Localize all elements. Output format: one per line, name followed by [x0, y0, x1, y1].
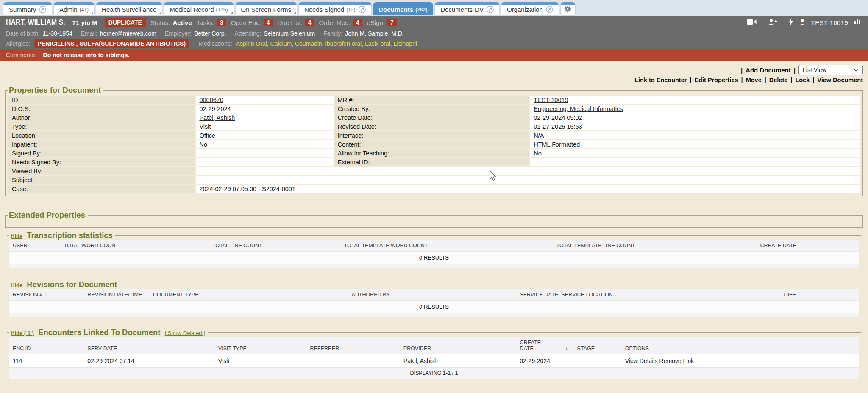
status-label: Status:: [150, 19, 170, 26]
tab-label: Admin: [59, 6, 78, 13]
tab-medical-record[interactable]: Medical Record (175): [164, 2, 233, 15]
column-header-enc-id[interactable]: ENC ID: [9, 337, 84, 354]
column-header-authored-by[interactable]: AUTHORED BY: [348, 289, 517, 301]
external-link-icon[interactable]: [546, 6, 553, 13]
column-header-create-date[interactable]: CREATE DATE: [516, 337, 559, 354]
video-camera-icon[interactable]: [747, 19, 757, 26]
lock-link[interactable]: Lock: [795, 77, 810, 83]
separator: |: [794, 66, 796, 74]
column-header-visit-type[interactable]: VISIT TYPE: [215, 337, 306, 354]
separator: |: [741, 66, 743, 74]
field-label: Created By:: [334, 105, 529, 113]
chart-icon[interactable]: [854, 18, 862, 27]
created-by-link[interactable]: Engineering, Medical Informatics: [534, 105, 623, 112]
tab-organization[interactable]: Organization: [501, 2, 559, 15]
tab-summary[interactable]: Summary: [3, 2, 52, 15]
tab-bar: Summary Admin (41) Health Surveillance M…: [0, 0, 868, 16]
email-value: horner@mieweb.com: [100, 30, 156, 37]
family-label: Family:: [323, 30, 342, 37]
view-document-link[interactable]: View Document: [817, 77, 863, 83]
sort-descending-icon: ↓: [565, 346, 568, 351]
field-label: Content:: [334, 140, 529, 148]
settings-button[interactable]: [561, 2, 575, 15]
allergies-badge[interactable]: PENICILLINS , SULFA(SULFONAMIDE ANTIBIOT…: [34, 39, 189, 48]
tab-on-screen-forms[interactable]: On Screen Forms: [236, 2, 297, 15]
field-label: Location:: [8, 131, 195, 139]
field-value: 02-29-2024: [196, 105, 333, 113]
banner-icons: TEST-10019: [747, 18, 862, 27]
edit-properties-link[interactable]: Edit Properties: [694, 77, 738, 83]
column-header-serv-date[interactable]: SERV DATE: [84, 337, 215, 354]
duplicate-badge[interactable]: DUPLICATE: [105, 18, 146, 27]
hide-transcription-link[interactable]: Hide: [11, 233, 22, 239]
lightning-icon[interactable]: [789, 18, 793, 27]
table-footer-strip: [9, 264, 859, 268]
link-to-encounter-link[interactable]: Link to Encounter: [634, 77, 687, 83]
column-header-referrer[interactable]: REFERRER: [306, 337, 400, 354]
document-id-link[interactable]: 0000670: [199, 97, 223, 103]
tab-documents-dv[interactable]: Documents-DV: [435, 2, 499, 15]
external-link-icon[interactable]: [39, 6, 46, 13]
esign-count-badge[interactable]: 7: [387, 19, 397, 26]
column-header-service-location[interactable]: SERVICE LOCATION: [558, 289, 781, 301]
column-header-total-line-count[interactable]: TOTAL LINE COUNT: [209, 240, 341, 252]
field-value: Patel, Ashish: [196, 113, 333, 122]
column-header-user[interactable]: USER: [9, 240, 60, 252]
column-header-total-word-count[interactable]: TOTAL WORD COUNT: [60, 240, 209, 252]
open-enc-count-badge[interactable]: 4: [264, 19, 273, 26]
order-req-count-badge[interactable]: 4: [353, 19, 362, 26]
column-header-revision-number[interactable]: REVISION #↓: [9, 289, 84, 301]
tab-documents[interactable]: Documents (282): [373, 2, 433, 15]
patient-id: TEST-10019: [811, 19, 848, 26]
column-header-total-template-word-count[interactable]: TOTAL TEMPLATE WORD COUNT: [341, 240, 553, 252]
medications-list[interactable]: Aspirin Oral, Calcium, Coumadin, ibuprof…: [236, 40, 417, 47]
hide-revisions-link[interactable]: Hide: [11, 282, 22, 288]
content-link[interactable]: HTML Formatted: [534, 141, 580, 148]
column-header-total-template-line-count[interactable]: TOTAL TEMPLATE LINE COUNT: [553, 240, 757, 252]
webchart-screen: Summary Admin (41) Health Surveillance M…: [0, 0, 868, 393]
tab-admin[interactable]: Admin (41): [54, 2, 94, 15]
field-value: Engineering, Medical Informatics: [530, 105, 860, 113]
tab-health-surveillance[interactable]: Health Surveillance: [96, 2, 162, 15]
due-list-count-badge[interactable]: 4: [305, 19, 314, 26]
field-label: MR #:: [334, 96, 529, 104]
external-link-icon[interactable]: [359, 6, 366, 13]
property-row: ID: 0000670 MR #: TEST-10019: [8, 96, 860, 104]
external-link-icon[interactable]: [487, 6, 494, 13]
tab-needs-signed[interactable]: Needs Signed (12): [299, 2, 371, 15]
create-date-cell: 02-29-2024: [516, 354, 559, 368]
hide-encounters-link[interactable]: Hide ( 1 ): [11, 330, 34, 336]
delete-link[interactable]: Delete: [769, 77, 788, 83]
add-document-link[interactable]: Add Document: [746, 66, 791, 74]
person-icon[interactable]: [799, 19, 806, 27]
add-person-icon[interactable]: [768, 19, 777, 27]
view-details-link[interactable]: View Details: [625, 357, 658, 364]
column-header-service-date[interactable]: SERVICE DATE: [516, 289, 558, 301]
empty-results: 0 RESULTS: [9, 301, 859, 313]
column-header-revision-datetime[interactable]: REVISION DATE/TIME: [84, 289, 149, 301]
property-row: Subject:: [8, 176, 860, 184]
show-deleted-link[interactable]: | Show Deleted |: [165, 330, 205, 336]
column-header-diff: DIFF: [781, 289, 859, 301]
move-link[interactable]: Move: [746, 77, 762, 83]
submenu-indicator: [91, 12, 93, 14]
field-label: Interface:: [334, 131, 529, 139]
mr-number-link[interactable]: TEST-10019: [534, 97, 568, 103]
properties-table: ID: 0000670 MR #: TEST-10019 D.O.S: 02-2…: [8, 95, 860, 194]
remove-link-link[interactable]: Remove Link: [659, 357, 694, 364]
table-footer-strip: [9, 313, 859, 317]
sort-descending-icon: ↓: [45, 292, 47, 298]
tasks-count-badge[interactable]: 3: [217, 19, 226, 26]
column-header-stage[interactable]: ↓STAGE: [560, 337, 622, 354]
order-req-label: Order Req:: [319, 19, 351, 26]
column-header-provider[interactable]: PROVIDER: [400, 337, 517, 354]
column-header-document-type[interactable]: DOCUMENT TYPE: [150, 289, 348, 301]
property-row: Signed By: Allow for Teaching: No: [8, 149, 860, 157]
view-mode-select[interactable]: List View: [798, 65, 863, 75]
encounter-row[interactable]: 114 02-29-2024 07:14 Visit Patel, Ashish…: [9, 354, 859, 368]
author-link[interactable]: Patel, Ashish: [199, 114, 235, 121]
patient-banner-row-1: HART, WILLIAM S. 71 y/o M DUPLICATE Stat…: [0, 16, 868, 29]
column-header-create-date[interactable]: CREATE DATE: [757, 240, 859, 252]
field-value: [196, 167, 860, 175]
view-mode-value: List View: [803, 66, 826, 73]
